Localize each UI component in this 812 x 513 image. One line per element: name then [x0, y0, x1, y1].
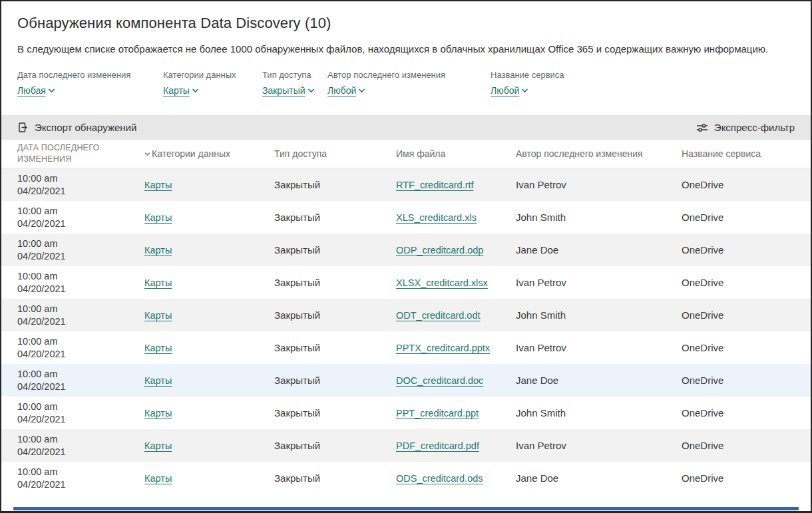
cell-time: 10:00 am	[17, 172, 144, 185]
cell-date: 04/20/2021	[17, 218, 144, 230]
cell-time: 10:00 am	[17, 335, 144, 348]
cell-file-name: ODP_creditcard.odp	[396, 244, 516, 256]
table-row[interactable]: 10:00 am 04/20/2021 Карты Закрытый PDF_c…	[1, 429, 811, 462]
cell-author: John Smith	[516, 212, 682, 223]
cell-time: 10:00 am	[17, 238, 144, 250]
filter-value: Любой	[327, 85, 356, 96]
cell-access-type: Закрытый	[274, 212, 396, 223]
table-row[interactable]: 10:00 am 04/20/2021 Карты Закрытый ODP_c…	[1, 234, 811, 266]
filter-data-categories-dropdown[interactable]: Карты	[163, 85, 199, 96]
filter-data-categories: Категории данных Карты	[163, 70, 262, 96]
cell-time: 10:00 am	[17, 205, 144, 218]
data-category-link[interactable]: Карты	[144, 343, 172, 353]
table-row[interactable]: 10:00 am 04/20/2021 Карты Закрытый XLS_c…	[1, 201, 811, 234]
cell-date: 04/20/2021	[17, 315, 144, 328]
cell-author: Jane Doe	[516, 244, 682, 256]
data-category-link[interactable]: Карты	[144, 408, 172, 419]
data-category-link[interactable]: Карты	[144, 310, 172, 321]
filter-value: Любой	[491, 85, 519, 96]
horizontal-scrollbar[interactable]	[13, 507, 799, 510]
cell-access-type: Закрытый	[274, 342, 396, 353]
file-name-link[interactable]: PDF_creditcard.pdf	[396, 440, 479, 451]
table-row[interactable]: 10:00 am 04/20/2021 Карты Закрытый ODT_c…	[1, 299, 811, 331]
file-name-link[interactable]: XLS_creditcard.xls	[396, 212, 477, 223]
cell-date: 04/20/2021	[17, 381, 144, 393]
data-category-link[interactable]: Карты	[144, 180, 172, 190]
cell-time: 10:00 am	[17, 466, 144, 478]
cell-service-name: OneDrive	[682, 440, 795, 451]
file-name-link[interactable]: DOC_creditcard.doc	[396, 375, 483, 386]
cell-author: John Smith	[516, 407, 682, 419]
table-row[interactable]: 10:00 am 04/20/2021 Карты Закрытый ODS_c…	[1, 462, 811, 494]
column-header-service-name[interactable]: Название сервиса	[682, 148, 795, 159]
cell-date-modified: 10:00 am 04/20/2021	[17, 335, 144, 361]
cell-file-name: PPTX_creditcard.pptx	[396, 342, 516, 353]
file-name-link[interactable]: ODT_creditcard.odt	[396, 310, 481, 321]
filter-value: Любая	[17, 85, 46, 96]
cell-data-category: Карты	[144, 244, 274, 256]
table-row[interactable]: 10:00 am 04/20/2021 Карты Закрытый PPTX_…	[1, 331, 811, 364]
cell-file-name: XLSX_creditcard.xlsx	[396, 277, 516, 288]
cell-date-modified: 10:00 am 04/20/2021	[17, 466, 144, 491]
table-row[interactable]: 10:00 am 04/20/2021 Карты Закрытый RTF_c…	[1, 168, 811, 201]
data-category-link[interactable]: Карты	[144, 440, 172, 451]
data-category-link[interactable]: Карты	[144, 212, 172, 223]
filter-label: Автор последнего изменения	[327, 70, 491, 80]
filter-service-name-dropdown[interactable]: Любой	[491, 85, 528, 96]
cell-date: 04/20/2021	[17, 413, 144, 426]
quick-filter-label: Экспресс-фильтр	[714, 122, 795, 133]
cell-date: 04/20/2021	[17, 283, 144, 295]
cell-access-type: Закрытый	[274, 309, 396, 321]
file-name-link[interactable]: PPT_creditcard.ppt	[396, 408, 479, 419]
column-header-date-modified[interactable]: ДАТА ПОСЛЕДНЕГО ИЗМЕНЕНИЯ	[17, 142, 132, 165]
cell-service-name: OneDrive	[682, 407, 795, 419]
file-name-link[interactable]: PPTX_creditcard.pptx	[396, 343, 490, 353]
column-header-file-name[interactable]: Имя файла	[396, 148, 516, 159]
cell-data-category: Карты	[144, 277, 274, 288]
cell-date-modified: 10:00 am 04/20/2021	[17, 238, 144, 263]
filter-label: Категории данных	[163, 70, 262, 80]
cell-author: Jane Doe	[516, 375, 682, 386]
chevron-down-icon	[192, 88, 199, 93]
file-name-link[interactable]: ODP_creditcard.odp	[396, 245, 483, 256]
cell-service-name: OneDrive	[682, 212, 795, 223]
cell-access-type: Закрытый	[274, 244, 396, 256]
column-header-author[interactable]: Автор последнего изменения	[516, 148, 682, 159]
cell-date-modified: 10:00 am 04/20/2021	[17, 433, 144, 458]
file-name-link[interactable]: XLSX_creditcard.xlsx	[396, 277, 488, 288]
cell-service-name: OneDrive	[682, 309, 795, 321]
filter-author: Автор последнего изменения Любой	[327, 70, 491, 96]
cell-data-category: Карты	[144, 407, 274, 419]
filter-date-modified-dropdown[interactable]: Любая	[17, 85, 55, 96]
data-category-link[interactable]: Карты	[144, 473, 172, 484]
cell-access-type: Закрытый	[274, 440, 396, 451]
filter-access-type-dropdown[interactable]: Закрытый	[262, 85, 315, 96]
export-icon	[17, 122, 29, 133]
cell-data-category: Карты	[144, 342, 274, 353]
table-row[interactable]: 10:00 am 04/20/2021 Карты Закрытый PPT_c…	[1, 397, 811, 429]
chevron-down-icon	[521, 88, 528, 93]
quick-filter-button[interactable]: Экспресс-фильтр	[696, 122, 795, 133]
table-row[interactable]: 10:00 am 04/20/2021 Карты Закрытый XLSX_…	[1, 266, 811, 299]
cell-file-name: XLS_creditcard.xls	[396, 212, 516, 223]
data-category-link[interactable]: Карты	[144, 277, 172, 288]
column-header-access-type[interactable]: Тип доступа	[274, 148, 396, 159]
file-name-link[interactable]: RTF_creditcard.rtf	[396, 180, 474, 190]
data-category-link[interactable]: Карты	[144, 375, 172, 386]
filter-value: Карты	[163, 85, 190, 96]
cell-service-name: OneDrive	[682, 179, 795, 190]
chevron-down-icon	[358, 88, 365, 93]
column-header-data-categories[interactable]: Категории данных	[144, 148, 274, 159]
cell-author: Ivan Petrov	[516, 342, 682, 353]
table-row[interactable]: 10:00 am 04/20/2021 Карты Закрытый DOC_c…	[1, 364, 811, 397]
cell-time: 10:00 am	[17, 401, 144, 413]
chevron-down-icon	[48, 88, 55, 93]
cell-date: 04/20/2021	[17, 250, 144, 263]
data-category-link[interactable]: Карты	[144, 245, 172, 256]
file-name-link[interactable]: ODS_creditcard.ods	[396, 473, 483, 484]
export-detections-button[interactable]: Экспорт обнаружений	[17, 122, 136, 133]
filter-author-dropdown[interactable]: Любой	[327, 85, 365, 96]
cell-time: 10:00 am	[17, 368, 144, 381]
cell-file-name: ODT_creditcard.odt	[396, 309, 516, 321]
cell-access-type: Закрытый	[274, 179, 396, 190]
